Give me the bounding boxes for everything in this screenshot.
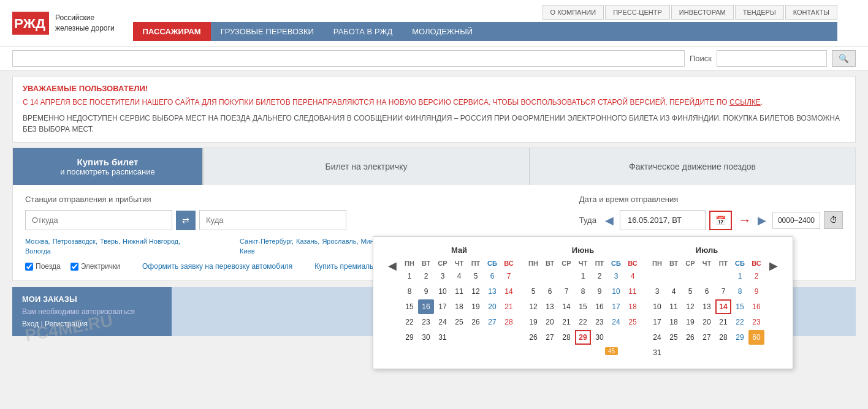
jul-29[interactable]: 29 <box>732 330 748 336</box>
jun-2[interactable]: 2 <box>592 269 607 283</box>
jun-10[interactable]: 10 <box>608 284 624 299</box>
jul-27[interactable]: 27 <box>699 330 715 336</box>
jul-30-badge[interactable]: 60 <box>748 330 764 336</box>
may-20[interactable]: 20 <box>484 299 500 314</box>
jun-23[interactable]: 23 <box>592 315 607 329</box>
may-29[interactable]: 29 <box>402 330 417 336</box>
jul-25[interactable]: 25 <box>666 330 682 336</box>
jun-7[interactable]: 7 <box>558 284 574 299</box>
jul-17[interactable]: 17 <box>649 315 665 329</box>
jun-27[interactable]: 27 <box>542 330 558 336</box>
mainnav-passengers[interactable]: ПАССАЖИРАМ <box>133 22 211 41</box>
may-19[interactable]: 19 <box>468 299 484 314</box>
jun-6[interactable]: 6 <box>542 284 558 299</box>
jul-3[interactable]: 3 <box>649 284 665 299</box>
swap-button[interactable]: ⇄ <box>176 211 196 230</box>
time-picker-button[interactable]: ⏱ <box>824 211 843 229</box>
may-28[interactable]: 28 <box>501 315 517 329</box>
quick-from-tver[interactable]: Тверь, <box>100 238 120 245</box>
may-21[interactable]: 21 <box>501 299 517 314</box>
jul-2[interactable]: 2 <box>748 269 764 283</box>
jul-14-selected[interactable]: 14 <box>715 299 731 314</box>
jul-24[interactable]: 24 <box>649 330 665 336</box>
search-button[interactable]: 🔍 <box>832 50 856 67</box>
jun-15[interactable]: 15 <box>575 299 591 314</box>
from-input[interactable] <box>25 210 172 230</box>
jul-15[interactable]: 15 <box>732 299 748 314</box>
may-22[interactable]: 22 <box>402 315 417 329</box>
may-1[interactable]: 1 <box>402 269 417 283</box>
jun-28[interactable]: 28 <box>558 330 574 336</box>
jul-16[interactable]: 16 <box>748 299 764 314</box>
jul-21[interactable]: 21 <box>715 315 731 329</box>
jul-4[interactable]: 4 <box>666 284 682 299</box>
search-input[interactable] <box>12 50 685 67</box>
jun-24[interactable]: 24 <box>608 315 624 329</box>
calendar-prev-button[interactable]: ◀ <box>383 258 402 274</box>
quick-from-vologda[interactable]: Вологда <box>25 247 51 255</box>
quick-to-kazan[interactable]: Казань, <box>296 238 319 245</box>
may-30[interactable]: 30 <box>418 330 434 336</box>
may-15[interactable]: 15 <box>402 299 417 314</box>
may-4[interactable]: 4 <box>451 269 467 283</box>
mainnav-cargo[interactable]: ГРУЗОВЫЕ ПЕРЕВОЗКИ <box>211 22 324 41</box>
jun-17[interactable]: 17 <box>608 299 624 314</box>
jul-7[interactable]: 7 <box>715 284 731 299</box>
jul-5[interactable]: 5 <box>682 284 698 299</box>
jul-22[interactable]: 22 <box>732 315 748 329</box>
train-checkbox[interactable]: Поезда <box>25 262 61 271</box>
login-link[interactable]: Вход <box>22 320 39 328</box>
nav-investors[interactable]: ИНВЕСТОРАМ <box>671 5 734 20</box>
may-18[interactable]: 18 <box>451 299 467 314</box>
elektro-checkbox[interactable]: Электрички <box>70 262 120 271</box>
quick-from-moscow[interactable]: Москва, <box>25 238 50 245</box>
nav-press[interactable]: ПРЕСС-ЦЕНТР <box>605 5 670 20</box>
jun-5[interactable]: 5 <box>525 284 541 299</box>
may-23[interactable]: 23 <box>418 315 434 329</box>
jun-12[interactable]: 12 <box>525 299 541 314</box>
date-prev-button[interactable]: ◀ <box>603 211 616 230</box>
jul-8[interactable]: 8 <box>732 284 748 299</box>
may-9[interactable]: 9 <box>418 284 434 299</box>
jul-10[interactable]: 10 <box>649 299 665 314</box>
jun-3[interactable]: 3 <box>608 269 624 283</box>
may-6[interactable]: 6 <box>484 269 500 283</box>
quick-to-spb[interactable]: Санкт-Петербург, <box>240 238 294 245</box>
may-13[interactable]: 13 <box>484 284 500 299</box>
jul-18[interactable]: 18 <box>666 315 682 329</box>
jul-13[interactable]: 13 <box>699 299 715 314</box>
may-10[interactable]: 10 <box>435 284 451 299</box>
tab-actual-movement[interactable]: Фактическое движение поездов <box>530 148 855 185</box>
jul-28[interactable]: 28 <box>715 330 731 336</box>
to-input[interactable] <box>199 210 346 230</box>
may-25[interactable]: 25 <box>451 315 467 329</box>
jun-18[interactable]: 18 <box>625 299 641 314</box>
may-17[interactable]: 17 <box>435 299 451 314</box>
quick-from-petrozavodsk[interactable]: Петрозаводск, <box>53 238 97 245</box>
nav-contacts[interactable]: КОНТАКТЫ <box>785 5 837 20</box>
search-field[interactable] <box>717 50 827 67</box>
jul-23[interactable]: 23 <box>748 315 764 329</box>
jul-19[interactable]: 19 <box>682 315 698 329</box>
calendar-next-button[interactable]: ▶ <box>764 258 783 274</box>
may-2[interactable]: 2 <box>418 269 434 283</box>
nav-tenders[interactable]: ТЕНДЕРЫ <box>735 5 784 20</box>
may-26[interactable]: 26 <box>468 315 484 329</box>
register-link[interactable]: Регистрация <box>45 320 88 328</box>
jun-13[interactable]: 13 <box>542 299 558 314</box>
mainnav-jobs[interactable]: РАБОТА В РЖД <box>324 22 402 41</box>
quick-to-yaroslavl[interactable]: Ярославль, <box>322 238 358 245</box>
notice-link[interactable]: ССЫЛКЕ <box>729 98 761 107</box>
jul-20[interactable]: 20 <box>699 315 715 329</box>
jul-11[interactable]: 11 <box>666 299 682 314</box>
may-8[interactable]: 8 <box>402 284 417 299</box>
may-7[interactable]: 7 <box>501 269 517 283</box>
quick-from-nizhny[interactable]: Нижний Новгород, <box>123 238 180 245</box>
mainnav-youth[interactable]: МОЛОДЕЖНЫЙ <box>402 22 482 41</box>
may-11[interactable]: 11 <box>451 284 467 299</box>
jul-6[interactable]: 6 <box>699 284 715 299</box>
jun-14[interactable]: 14 <box>558 299 574 314</box>
jun-26[interactable]: 26 <box>525 330 541 336</box>
may-24[interactable]: 24 <box>435 315 451 329</box>
may-3[interactable]: 3 <box>435 269 451 283</box>
